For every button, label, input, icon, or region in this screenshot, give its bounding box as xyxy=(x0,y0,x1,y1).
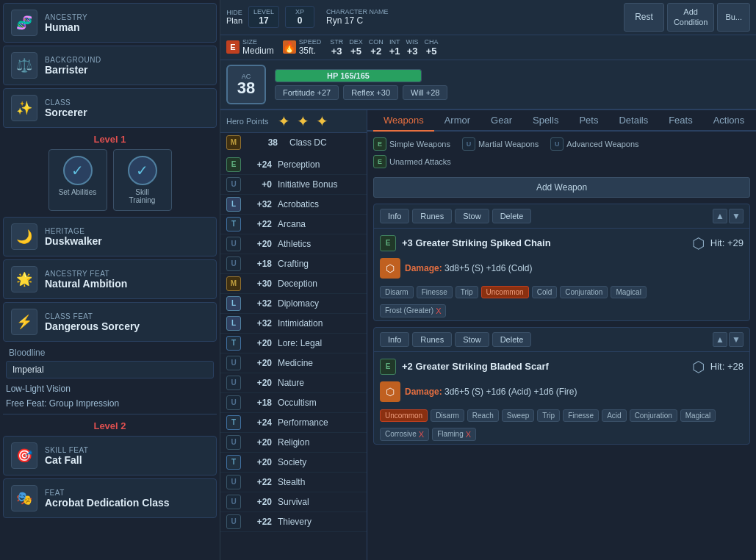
weapon-damage: ⬡ Damage: 3d6+5 (S) +1d6 (Acid) +1d6 (Fi… xyxy=(374,381,749,406)
bloodline-select[interactable]: Imperial xyxy=(6,361,214,378)
skill-row[interactable]: T +22 Arcana xyxy=(220,215,367,234)
skill-training-btn[interactable]: ✓ Skill Training xyxy=(113,149,172,211)
skill-row[interactable]: T +24 Performance xyxy=(220,413,367,433)
skill-row[interactable]: U +20 Nature xyxy=(220,373,367,393)
class-feat-icon: ⚡ xyxy=(11,309,37,335)
cha-label: CHA xyxy=(425,38,439,46)
level2-class-feat-name: Acrobat Dedication Class xyxy=(45,497,170,509)
skill-name: Medicine xyxy=(278,358,361,368)
tab-actions[interactable]: Actions xyxy=(703,110,755,132)
weapon-tag: Sweep xyxy=(502,409,535,422)
weapon-prof-badge: E xyxy=(380,359,396,375)
low-light-vision: Low-Light Vision xyxy=(3,381,217,396)
skill-row[interactable]: T +20 Lore: Legal xyxy=(220,334,367,353)
hero-star-2: ✦ xyxy=(295,113,311,129)
top-bar: Hide Plan Level 17 XP 0 Character Name R… xyxy=(220,0,756,35)
tab-feats[interactable]: Feats xyxy=(658,110,703,132)
class-card[interactable]: ✨ Class Sorcerer xyxy=(3,88,217,128)
hp-bar-container[interactable]: HP 165/165 xyxy=(275,69,422,82)
weapon-tag: Acid xyxy=(602,409,626,422)
damage-icon: ⬡ xyxy=(380,258,400,279)
weapon-runes-btn[interactable]: Runes xyxy=(412,332,452,347)
char-name-label: Character Name xyxy=(326,8,389,15)
skill-row[interactable]: E +24 Perception xyxy=(220,155,367,175)
weapon-move-up[interactable]: ▲ xyxy=(713,209,727,223)
weapon-stow-btn[interactable]: Stow xyxy=(455,209,489,223)
tab-pets[interactable]: Pets xyxy=(569,110,608,132)
weapon-actions: Info Runes Stow Delete ▲ ▼ xyxy=(374,204,749,229)
weapon-move-down[interactable]: ▼ xyxy=(729,209,744,223)
str-score: STR +3 xyxy=(330,38,343,57)
skill-row[interactable]: U +22 Stealth xyxy=(220,473,367,492)
weapon-info-btn[interactable]: Info xyxy=(380,332,409,347)
int-value: +1 xyxy=(389,46,400,57)
tab-details[interactable]: Details xyxy=(608,110,658,132)
rest-button[interactable]: Rest xyxy=(624,3,664,32)
skill-row[interactable]: L +32 Intimidation xyxy=(220,314,367,334)
weapon-move-up[interactable]: ▲ xyxy=(713,332,727,347)
class-dc-row: M 38 Class DC xyxy=(220,133,367,152)
weapon-tag: Trip xyxy=(456,286,478,298)
skill-prof: T xyxy=(226,415,241,430)
weapon-move-down[interactable]: ▼ xyxy=(729,332,744,347)
add-condition-line2: Condition xyxy=(674,18,708,26)
skill-row[interactable]: L +32 Diplomacy xyxy=(220,294,367,314)
wis-score: WIS +3 xyxy=(406,38,419,57)
skill-feat-card[interactable]: 🎯 Skill Feat Cat Fall xyxy=(3,436,217,475)
ancestry-feat-card[interactable]: 🌟 Ancestry Feat Natural Ambition xyxy=(3,259,217,299)
level2-class-feat-icon: 🎭 xyxy=(11,485,37,511)
weapon-runes-btn[interactable]: Runes xyxy=(412,209,452,223)
skills-list: E +24 Perception U +0 Initiative Bonus L… xyxy=(220,152,367,535)
tag-remove-btn[interactable]: X xyxy=(466,430,471,439)
skills-column: Hero Points ✦ ✦ ✦ M 38 Class DC E +24 xyxy=(220,110,367,560)
size-value: Medium xyxy=(242,46,274,56)
dex-value: +5 xyxy=(350,46,361,57)
weapon-stow-btn[interactable]: Stow xyxy=(455,332,489,347)
background-card[interactable]: ⚖️ Background Barrister xyxy=(3,46,217,85)
ancestry-card[interactable]: 🧬 Ancestry Human xyxy=(3,3,217,43)
level2-class-feat-card[interactable]: 🎭 Feat Acrobat Dedication Class xyxy=(3,478,217,518)
class-feat-name: Dangerous Sorcery xyxy=(45,320,140,332)
hero-bar: Hero Points ✦ ✦ ✦ xyxy=(220,110,367,133)
skill-row[interactable]: T +20 Society xyxy=(220,453,367,473)
skill-row[interactable]: U +18 Crafting xyxy=(220,254,367,274)
skill-row[interactable]: U +0 Initiative Bonus xyxy=(220,175,367,195)
skill-row[interactable]: U +18 Occultism xyxy=(220,393,367,413)
class-feat-type: Class Feat xyxy=(45,312,140,320)
class-feat-card[interactable]: ⚡ Class Feat Dangerous Sorcery xyxy=(3,302,217,342)
set-abilities-btn[interactable]: ✓ Set Abilities xyxy=(48,149,107,211)
skill-row[interactable]: U +20 Athletics xyxy=(220,234,367,254)
weapon-damage: ⬡ Damage: 3d8+5 (S) +1d6 (Cold) xyxy=(374,258,749,283)
customize-button[interactable]: Bu... xyxy=(717,3,750,32)
tab-weapons[interactable]: Weapons xyxy=(373,110,434,132)
tab-armor[interactable]: Armor xyxy=(434,110,480,132)
reflex-save[interactable]: Reflex +30 xyxy=(343,85,398,100)
skill-name: Intimidation xyxy=(278,318,361,329)
tag-remove-btn[interactable]: X xyxy=(436,306,441,315)
add-condition-button[interactable]: Add Condition xyxy=(667,3,714,32)
tab-spells[interactable]: Spells xyxy=(522,110,569,132)
skill-row[interactable]: U +20 Religion xyxy=(220,433,367,453)
weapon-delete-btn[interactable]: Delete xyxy=(492,332,532,347)
weapon-delete-btn[interactable]: Delete xyxy=(492,209,532,223)
skill-row[interactable]: U +20 Medicine xyxy=(220,353,367,373)
skill-row[interactable]: M +30 Deception xyxy=(220,274,367,294)
add-weapon-button[interactable]: Add Weapon xyxy=(373,177,750,198)
prof-badge: U Martial Weapons xyxy=(462,137,539,151)
will-save[interactable]: Will +28 xyxy=(403,85,447,100)
skill-row[interactable]: U +22 Thievery xyxy=(220,512,367,532)
con-label: CON xyxy=(369,38,384,46)
tag-remove-btn[interactable]: X xyxy=(419,430,424,439)
fortitude-save[interactable]: Fortitude +27 xyxy=(275,85,339,100)
weapon-info-btn[interactable]: Info xyxy=(380,209,409,223)
class-type: Class xyxy=(45,98,87,107)
skill-row[interactable]: L +32 Acrobatics xyxy=(220,195,367,215)
heritage-card[interactable]: 🌙 Heritage Duskwalker xyxy=(3,217,217,256)
skill-prof: U xyxy=(226,395,241,410)
tab-gear[interactable]: Gear xyxy=(480,110,522,132)
level-label: Level xyxy=(253,8,274,15)
skill-row[interactable]: U +20 Survival xyxy=(220,492,367,512)
skill-feat-name: Cat Fall xyxy=(45,454,88,466)
weapon-tag: Uncommon xyxy=(481,286,529,298)
second-bar: E SIZE Medium 🔥 SPEED 35ft. STR xyxy=(220,35,756,60)
